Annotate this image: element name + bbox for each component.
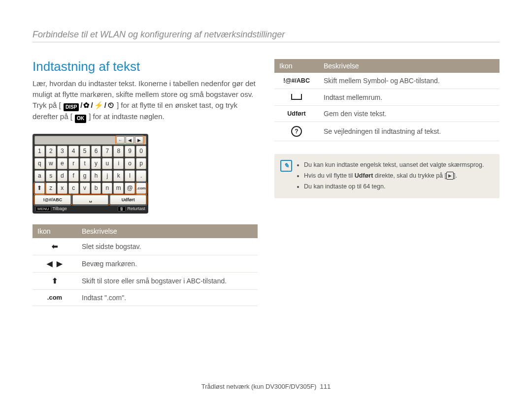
disp-icon: DISP	[64, 103, 79, 112]
keyboard-key[interactable]: g	[80, 170, 90, 182]
keyboard-key[interactable]: u	[102, 158, 112, 169]
table-row: ?Se vejledningen til indtastning af teks…	[274, 122, 499, 141]
keyboard-key[interactable]: 3	[57, 146, 67, 157]
keyboard-key[interactable]: 8	[113, 146, 124, 157]
status-back-label: Tilbage	[53, 206, 67, 211]
keyboard-key[interactable]: m	[113, 183, 124, 194]
keyboard-key[interactable]: a	[34, 170, 45, 182]
keyboard-key[interactable]: x	[57, 183, 67, 194]
table-row: ⬅Slet sidste bogstav.	[33, 238, 258, 255]
table-cell-desc: Indtast mellemrum.	[319, 89, 499, 106]
keyboard-key[interactable]: q	[34, 158, 45, 169]
table-row: ◀ ▶Bevæg markøren.	[33, 255, 258, 272]
note-box: ✎ Du kan kun indtaste engelsk tekst, uan…	[274, 154, 499, 198]
keyboard-key[interactable]: e	[57, 158, 67, 169]
shift-icon[interactable]: ⬆	[34, 183, 45, 194]
shift-icon: ⬆	[33, 272, 77, 289]
nav-backspace-icon[interactable]: ←	[116, 136, 125, 144]
keyboard-key[interactable]: t	[80, 158, 90, 169]
table-cell-desc: Slet sidste bogstav.	[77, 238, 258, 255]
table-header-icon: Ikon	[274, 59, 319, 73]
intro-text-post: ] for at indtaste nøglen.	[89, 112, 164, 121]
keyboard-key[interactable]: z	[46, 183, 56, 194]
keyboard-input-bar: ← ◀ ▶	[34, 136, 146, 145]
keyboard-key[interactable]: y	[91, 158, 101, 169]
ok-icon: OK	[75, 115, 86, 123]
keyboard-key[interactable]: 5	[80, 146, 90, 157]
table-cell-desc: Gem den viste tekst.	[319, 106, 499, 122]
keyboard-key[interactable]: 9	[125, 146, 135, 157]
flower-icon: ✿	[83, 101, 90, 109]
note-item: Hvis du vil flytte til Udført direkte, s…	[304, 171, 493, 181]
slash: /	[80, 101, 82, 109]
breadcrumb: Forbindelse til et WLAN og konfigurering…	[33, 30, 499, 40]
flash-icon: ⚡	[94, 101, 103, 109]
keyboard-key[interactable]: 6	[91, 146, 101, 157]
com-icon: .com	[33, 289, 77, 306]
backspace-icon: ⬅	[33, 238, 77, 255]
keyboard-key[interactable]: h	[91, 170, 101, 182]
table-row: Indtast mellemrum.	[274, 89, 499, 106]
section-title: Indtastning af tekst	[33, 59, 258, 74]
keyboard-nav-group: ← ◀ ▶	[115, 135, 144, 145]
keyboard-key[interactable]: l	[125, 170, 135, 182]
intro-paragraph: Lær, hvordan du indtaster tekst. Ikonern…	[33, 78, 258, 123]
timer-icon: ⏲	[107, 101, 115, 109]
nav-right-icon[interactable]: ▶	[135, 136, 143, 144]
cursor-arrows-icon: ◀ ▶	[33, 255, 77, 272]
icon-table-right: Ikon Beskrivelse !@#/ABCSkift mellem Sym…	[274, 59, 499, 141]
done-key[interactable]: Udført	[110, 195, 146, 205]
keyboard-key[interactable]: b	[91, 183, 101, 194]
note-icon: ✎	[280, 160, 292, 172]
table-cell-desc: Indtast ".com".	[77, 289, 258, 306]
table-cell-desc: Se vejledningen til indtastning af tekst…	[319, 122, 499, 141]
space-icon	[274, 89, 319, 106]
com-key[interactable]: .com	[136, 183, 146, 194]
status-enter-label: Returtast	[127, 206, 145, 211]
table-row: .comIndtast ".com".	[33, 289, 258, 306]
keyboard-key[interactable]: 4	[68, 146, 79, 157]
table-row: UdførtGem den viste tekst.	[274, 106, 499, 122]
table-header-desc: Beskrivelse	[319, 59, 499, 73]
nav-left-icon[interactable]: ◀	[126, 136, 134, 144]
slash: /	[91, 101, 93, 109]
keyboard-key[interactable]: 0	[136, 146, 146, 157]
onscreen-keyboard: ← ◀ ▶ 1234567890qwertyuiopasdfghjkl.⬆zxc…	[33, 134, 148, 214]
keyboard-key[interactable]: w	[46, 158, 56, 169]
keyboard-key[interactable]: f	[68, 170, 79, 182]
keyboard-key[interactable]: n	[102, 183, 112, 194]
table-row: !@#/ABCSkift mellem Symbol- og ABC-tilst…	[274, 73, 499, 89]
keyboard-key[interactable]: j	[102, 170, 112, 182]
keyboard-key[interactable]: 2	[46, 146, 56, 157]
header-divider	[33, 42, 499, 42]
keyboard-key[interactable]: d	[57, 170, 67, 182]
text-icon: Udført	[274, 106, 319, 122]
keyboard-key[interactable]: k	[113, 170, 124, 182]
table-row: ⬆Skift til store eller små bogstaver i A…	[33, 272, 258, 289]
trash-tag-icon: 🗑	[118, 206, 126, 212]
mode-key[interactable]: !@#/ABC	[34, 195, 71, 205]
keyboard-key[interactable]: 1	[34, 146, 45, 157]
keyboard-key[interactable]: o	[125, 158, 135, 169]
table-header-icon: Ikon	[33, 224, 77, 238]
keyboard-key[interactable]: i	[113, 158, 124, 169]
keyboard-key[interactable]: p	[136, 158, 146, 169]
text-icon: !@#/ABC	[274, 73, 319, 89]
page-footer: Trådløst netværk (kun DV300F/DV305F) 111	[0, 383, 532, 390]
table-header-desc: Beskrivelse	[77, 224, 258, 238]
slash: /	[104, 101, 106, 109]
keyboard-key[interactable]: .	[136, 170, 146, 182]
playback-icon: ▶	[446, 172, 454, 180]
keyboard-key[interactable]: r	[68, 158, 79, 169]
menu-tag-icon: MENU	[35, 206, 51, 212]
table-cell-desc: Bevæg markøren.	[77, 255, 258, 272]
footer-section: Trådløst netværk (kun DV300F/DV305F)	[201, 383, 317, 390]
keyboard-key[interactable]: @	[125, 183, 135, 194]
keyboard-key[interactable]: c	[68, 183, 79, 194]
keyboard-key[interactable]: v	[80, 183, 90, 194]
note-item: Du kan indtaste op til 64 tegn.	[304, 182, 493, 191]
keyboard-status-bar: MENUTilbage 🗑Returtast	[34, 205, 146, 212]
space-key[interactable]: ␣	[72, 195, 109, 205]
keyboard-key[interactable]: s	[46, 170, 56, 182]
keyboard-key[interactable]: 7	[102, 146, 112, 157]
